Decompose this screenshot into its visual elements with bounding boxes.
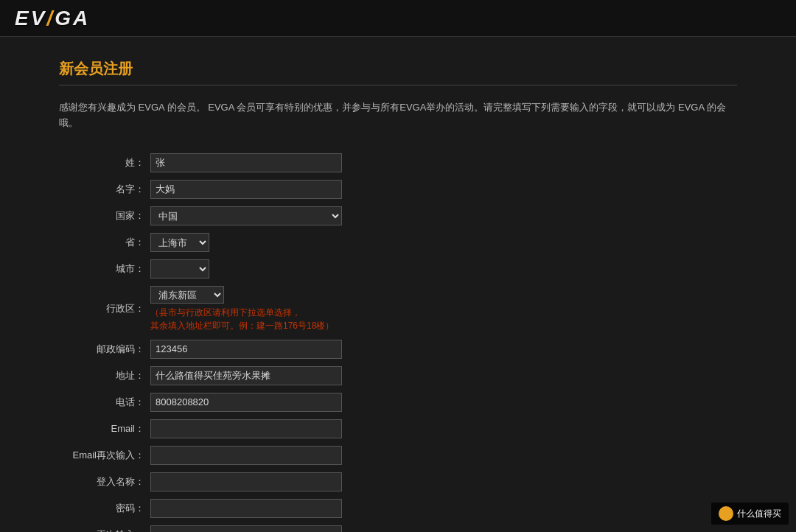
password-confirm-cell [147,522,737,532]
province-select[interactable]: 上海市 [150,233,209,252]
email-input[interactable] [150,419,342,438]
province-row: 省： 上海市 [59,229,737,256]
last-name-label: 姓： [59,150,147,176]
username-input[interactable] [150,472,342,491]
district-container: 浦东新區 （县市与行政区请利用下拉选单选择， 其余填入地址栏即可。例：建一路17… [150,286,734,332]
watermark-text: 什么值得买 [737,508,781,520]
username-label: 登入名称： [59,469,147,495]
logo-v: V [31,7,47,29]
district-hint-line1: （县市与行政区请利用下拉选单选择， [150,307,301,318]
password-input[interactable] [150,499,342,518]
intro-text: 感谢您有兴趣成为 EVGA 的会员。 EVGA 会员可享有特别的优惠，并参与与所… [59,100,737,131]
watermark: 什么值得买 [711,503,789,525]
country-select[interactable]: 中国 [150,206,342,225]
phone-row: 电话： [59,389,737,416]
district-cell: 浦东新區 （县市与行政区请利用下拉选单选择， 其余填入地址栏即可。例：建一路17… [147,282,737,336]
address-label: 地址： [59,363,147,389]
password-cell [147,495,737,522]
password-confirm-label: 再次输入： [59,522,147,532]
district-hint-line2: 其余填入地址栏即可。例：建一路176号18楼） [150,321,334,331]
registration-form: 姓： 名字： 国家： 中国 省： 上海市 [59,150,737,532]
last-name-cell [147,150,737,176]
logo-g: G [55,7,73,29]
phone-input[interactable] [150,393,342,412]
address-input[interactable] [150,366,342,385]
logo-slash: / [46,7,55,29]
country-cell: 中国 [147,203,737,229]
district-row: 行政区： 浦东新區 （县市与行政区请利用下拉选单选择， 其余填入地址栏即可。例：… [59,282,737,336]
email-label: Email： [59,416,147,442]
last-name-row: 姓： [59,150,737,176]
last-name-input[interactable] [150,153,342,172]
password-label: 密码： [59,495,147,522]
email-confirm-label: Email再次输入： [59,442,147,469]
first-name-cell [147,176,737,203]
postal-cell [147,336,737,363]
main-content: 新会员注册 感谢您有兴趣成为 EVGA 的会员。 EVGA 会员可享有特别的优惠… [0,37,796,532]
postal-input[interactable] [150,340,342,359]
password-confirm-row: 再次输入： [59,522,737,532]
logo-e: E [15,7,31,29]
country-label: 国家： [59,203,147,229]
page-title: 新会员注册 [59,59,737,85]
first-name-label: 名字： [59,176,147,203]
address-cell [147,363,737,389]
country-row: 国家： 中国 [59,203,737,229]
email-cell [147,416,737,442]
header: EV/GA [0,0,796,37]
district-hint: （县市与行政区请利用下拉选单选择， 其余填入地址栏即可。例：建一路176号18楼… [150,306,371,332]
city-row: 城市： [59,256,737,282]
email-row: Email： [59,416,737,442]
district-select[interactable]: 浦东新區 [150,286,224,304]
district-label: 行政区： [59,282,147,336]
logo-a: A [73,7,90,29]
province-cell: 上海市 [147,229,737,256]
email-confirm-row: Email再次输入： [59,442,737,469]
postal-label: 邮政编码： [59,336,147,363]
email-confirm-input[interactable] [150,446,342,465]
phone-label: 电话： [59,389,147,416]
username-row: 登入名称： [59,469,737,495]
first-name-row: 名字： [59,176,737,203]
address-row: 地址： [59,363,737,389]
postal-row: 邮政编码： [59,336,737,363]
city-cell [147,256,737,282]
evga-logo: EV/GA [15,7,90,30]
city-label: 城市： [59,256,147,282]
city-select[interactable] [150,259,209,279]
password-confirm-input[interactable] [150,525,342,532]
phone-cell [147,389,737,416]
province-label: 省： [59,229,147,256]
username-cell [147,469,737,495]
email-confirm-cell [147,442,737,469]
watermark-icon [719,506,733,521]
password-row: 密码： [59,495,737,522]
first-name-input[interactable] [150,180,342,199]
